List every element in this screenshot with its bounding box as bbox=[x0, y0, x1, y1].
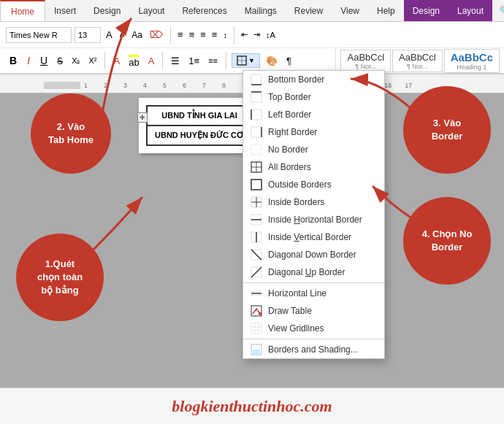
menu-label: Inside Horizontal Border bbox=[268, 215, 362, 225]
borders-shading-icon bbox=[251, 344, 262, 355]
menu-label: Inside Borders bbox=[268, 197, 324, 207]
border-btn[interactable]: ▼ bbox=[232, 53, 260, 68]
bottom-border-icon bbox=[251, 74, 262, 85]
border-dropdown-menu: Bottom Border Top Border Left Border Rig… bbox=[243, 70, 385, 359]
indent-right-btn[interactable]: ⇥ bbox=[252, 28, 261, 41]
right-border-icon bbox=[251, 126, 262, 138]
menu-item-diagonal-down[interactable]: Diagonal Down Border bbox=[243, 246, 384, 263]
tab-design[interactable]: Design bbox=[85, 0, 129, 21]
menu-item-view-gridlines[interactable]: View Gridlines bbox=[243, 320, 384, 337]
menu-label: Top Border bbox=[268, 92, 311, 102]
inside-h-border-icon bbox=[251, 214, 262, 226]
separator5 bbox=[226, 52, 226, 69]
font-color-btn[interactable]: A bbox=[145, 54, 158, 68]
underline-btn[interactable]: U bbox=[37, 53, 51, 68]
table-move-handle[interactable]: ✛ bbox=[137, 112, 148, 123]
draw-table-icon bbox=[251, 305, 262, 317]
diagonal-up-icon bbox=[251, 266, 262, 278]
tab-mailings[interactable]: Mailings bbox=[236, 0, 286, 21]
menu-label: Outside Borders bbox=[268, 180, 332, 190]
align-right-btn[interactable]: ≡ bbox=[199, 28, 207, 42]
menu-label: View Gridlines bbox=[268, 323, 324, 334]
svg-line-26 bbox=[251, 267, 261, 277]
tab-references[interactable]: References bbox=[173, 0, 235, 21]
tab-help[interactable]: Help bbox=[368, 0, 404, 21]
tab-insert[interactable]: Insert bbox=[45, 0, 85, 21]
subscript-btn[interactable]: X₂ bbox=[69, 55, 83, 67]
style-heading1[interactable]: AaBbCc Heading 1 bbox=[444, 49, 500, 73]
tab-design-context[interactable]: Design bbox=[404, 0, 448, 21]
menu-item-all-borders[interactable]: All Borders bbox=[243, 158, 384, 176]
menu-item-diagonal-up[interactable]: Diagonal Up Border bbox=[243, 263, 384, 281]
menu-label: Diagonal Up Border bbox=[268, 267, 345, 277]
change-case-btn[interactable]: Aa bbox=[129, 29, 145, 41]
all-borders-icon bbox=[251, 161, 262, 173]
menu-item-draw-table[interactable]: Draw Table bbox=[243, 302, 384, 320]
menu-item-no-border[interactable]: No Border bbox=[243, 141, 384, 158]
svg-rect-9 bbox=[251, 127, 261, 137]
justify-btn[interactable]: ≡ bbox=[210, 28, 219, 42]
menu-label: Right Border bbox=[268, 127, 317, 137]
menu-item-left-border[interactable]: Left Border bbox=[243, 106, 384, 123]
clear-format-btn[interactable]: ⌦ bbox=[148, 28, 165, 41]
font-size-down[interactable]: A bbox=[118, 30, 127, 39]
inside-borders-icon bbox=[251, 196, 262, 208]
tab-review[interactable]: Review bbox=[286, 0, 332, 21]
style-normal2[interactable]: AaBbCcl ¶ Nor... bbox=[392, 50, 443, 72]
styles-area: AaBbCcl ¶ Nor... AaBbCcl ¶ Nor... AaBbCc… bbox=[335, 48, 504, 73]
separator2 bbox=[234, 26, 234, 44]
menu-item-right-border[interactable]: Right Border bbox=[243, 123, 384, 141]
tab-tell-me[interactable]: 🔍 Tell me bbox=[492, 0, 504, 21]
inside-v-border-icon bbox=[251, 231, 262, 243]
font-select[interactable] bbox=[6, 27, 72, 43]
svg-rect-38 bbox=[253, 350, 260, 354]
menu-item-borders-shading[interactable]: Borders and Shading... bbox=[243, 341, 384, 358]
bullets-btn[interactable]: ☰ bbox=[168, 54, 183, 68]
superscript-btn[interactable]: X² bbox=[85, 55, 99, 66]
text-effects-btn[interactable]: A bbox=[110, 54, 123, 68]
font-size-select[interactable] bbox=[75, 27, 101, 43]
shading-btn[interactable]: 🎨 bbox=[263, 54, 280, 68]
highlight-btn[interactable]: ab bbox=[126, 52, 142, 69]
style-normal1[interactable]: AaBbCcl ¶ Nor... bbox=[340, 50, 391, 72]
sort-btn[interactable]: ↕A bbox=[264, 29, 277, 41]
tab-view[interactable]: View bbox=[332, 0, 368, 21]
pilcrow-btn[interactable]: ¶ bbox=[283, 54, 294, 68]
font-size-up[interactable]: A bbox=[104, 28, 115, 41]
menu-label: Bottom Border bbox=[268, 74, 324, 85]
menu-label: Left Border bbox=[268, 109, 311, 120]
strikethrough-btn[interactable]: S̶ bbox=[54, 54, 66, 68]
svg-rect-15 bbox=[251, 180, 261, 190]
menu-item-inside-h-border[interactable]: Inside Horizontal Border bbox=[243, 211, 384, 228]
view-gridlines-icon bbox=[251, 323, 262, 334]
italic-btn[interactable]: I bbox=[23, 53, 34, 68]
bold-btn[interactable]: B bbox=[6, 53, 20, 68]
tab-layout-context[interactable]: Layout bbox=[448, 0, 492, 21]
numbering-btn[interactable]: 1≡ bbox=[186, 54, 202, 68]
menu-item-inside-v-border[interactable]: Inside Vertical Border bbox=[243, 228, 384, 246]
menu-divider bbox=[243, 282, 384, 283]
indent-left-btn[interactable]: ⇤ bbox=[240, 28, 249, 41]
tab-layout[interactable]: Layout bbox=[129, 0, 173, 21]
menu-label: All Borders bbox=[268, 162, 311, 172]
align-left-btn[interactable]: ≡ bbox=[176, 28, 185, 42]
line-spacing-btn[interactable]: ↕ bbox=[221, 29, 229, 41]
menu-label: Borders and Shading... bbox=[268, 344, 358, 355]
svg-point-31 bbox=[259, 312, 261, 315]
menu-label: Diagonal Down Border bbox=[268, 250, 356, 260]
app-container: Home Insert Design Layout References Mai… bbox=[0, 0, 504, 424]
menu-item-inside-borders[interactable]: Inside Borders bbox=[243, 193, 384, 211]
tab-home[interactable]: Home bbox=[0, 0, 45, 21]
table-cell-left-top: UBND TỈNH GIA LAI bbox=[147, 106, 252, 126]
ribbon-row1: A A Aa ⌦ ≡ ≡ ≡ ≡ ↕ ⇤ ⇥ ↕A bbox=[0, 22, 504, 48]
multilevel-btn[interactable]: ≡≡ bbox=[205, 55, 221, 66]
no-border-icon bbox=[251, 144, 262, 155]
svg-rect-3 bbox=[251, 74, 261, 85]
menu-item-bottom-border[interactable]: Bottom Border bbox=[243, 71, 384, 88]
table-cell-left-bottom: UBND HUYỆN ĐỨC CƠ bbox=[147, 126, 252, 145]
blog-url: blogkienthuctinhoc.com bbox=[172, 397, 332, 416]
align-center-btn[interactable]: ≡ bbox=[188, 28, 196, 42]
menu-item-outside-borders[interactable]: Outside Borders bbox=[243, 176, 384, 193]
menu-item-top-border[interactable]: Top Border bbox=[243, 88, 384, 106]
menu-item-horizontal-line[interactable]: Horizontal Line bbox=[243, 285, 384, 302]
